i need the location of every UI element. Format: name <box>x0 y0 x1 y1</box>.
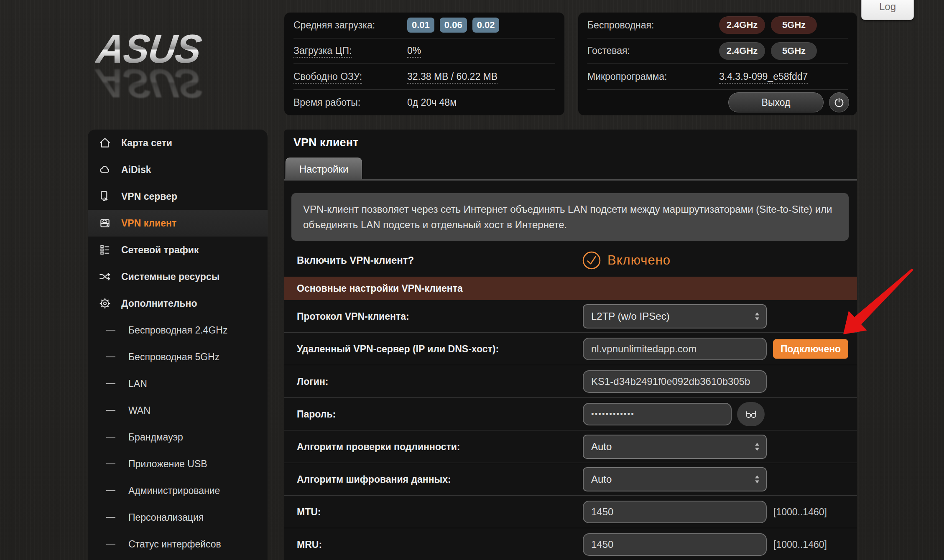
sidebar-subitem-wan[interactable]: WAN <box>88 397 268 424</box>
row-auth-algorithm: Алгоритм проверки подлинности: Auto <box>284 430 857 463</box>
dash-icon <box>106 410 115 411</box>
uptime-row: Время работы: 0д 20ч 48м <box>293 90 555 116</box>
wireless-bands: 2.4GHz 5GHz <box>719 16 817 34</box>
select-arrows-icon <box>754 474 760 484</box>
auth-algorithm-select[interactable]: Auto <box>583 435 767 459</box>
sidebar-subitem-wireless-24[interactable]: Беспроводная 2.4GHz <box>88 317 268 344</box>
sidebar-subitem-administration[interactable]: Администрирование <box>88 477 268 504</box>
login-input[interactable] <box>583 370 767 393</box>
reboot-button[interactable] <box>829 92 849 112</box>
wireless-card: Беспроводная: 2.4GHz 5GHz Гостевая: 2.4G… <box>578 13 857 115</box>
firmware-version-link[interactable]: 3.4.3.9-099_e58fdd7 <box>719 71 808 84</box>
dash-icon <box>106 437 115 438</box>
wireless-label: Беспроводная: <box>587 20 719 31</box>
protocol-select[interactable]: L2TP (w/o IPSec) <box>583 304 767 328</box>
page-title: VPN клиент <box>293 136 358 149</box>
mru-input[interactable] <box>583 533 767 556</box>
vpn-server-icon <box>98 190 112 203</box>
load-average-badges: 0.01 0.06 0.02 <box>407 18 499 33</box>
power-icon <box>834 97 844 108</box>
mru-label: MRU: <box>297 539 322 550</box>
password-label: Пароль: <box>297 408 336 420</box>
sidebar-item-label: Дополнительно <box>121 298 197 309</box>
sidebar-subitem-lan[interactable]: LAN <box>88 370 268 397</box>
sidebar-item-label: Карта сети <box>121 137 172 149</box>
mtu-input[interactable] <box>583 501 767 523</box>
guest-row: Гостевая: 2.4GHz 5GHz <box>587 38 848 64</box>
vpn-enabled-toggle[interactable]: Включено <box>582 251 671 270</box>
cpu-usage-link[interactable]: Загрузка ЦП: <box>293 45 352 58</box>
free-ram-label: Свободно ОЗУ: <box>293 71 407 82</box>
basic-settings-section-header: Основные настройки VPN-клиента <box>284 277 857 300</box>
auth-algorithm-label: Алгоритм проверки подлинности: <box>297 441 460 452</box>
password-input[interactable] <box>583 403 732 425</box>
load-badge-15m: 0.02 <box>472 18 500 33</box>
wireless-row: Беспроводная: 2.4GHz 5GHz <box>587 13 848 38</box>
sidebar-item-network-traffic[interactable]: Сетевой трафик <box>88 237 268 263</box>
cipher-algorithm-select[interactable]: Auto <box>583 467 767 491</box>
free-ram-row: Свободно ОЗУ: 32.38 MB / 60.22 MB <box>293 64 555 90</box>
free-ram-link[interactable]: Свободно ОЗУ: <box>293 71 362 84</box>
sidebar-subitem-personalization[interactable]: Персонализация <box>88 504 268 531</box>
guest-24ghz-pill[interactable]: 2.4GHz <box>719 42 765 60</box>
sidebar-subitem-usb-app[interactable]: Приложение USB <box>88 451 268 477</box>
sidebar-item-network-map[interactable]: Карта сети <box>88 130 268 156</box>
connected-status-button[interactable]: Подключено <box>773 339 848 359</box>
dash-icon <box>106 356 115 357</box>
row-mru: MRU: [1000..1460] <box>284 528 857 560</box>
tab-underline <box>284 179 857 181</box>
guest-bands: 2.4GHz 5GHz <box>719 42 817 60</box>
login-label: Логин: <box>297 376 328 387</box>
free-ram-value: 32.38 MB / 60.22 MB <box>407 71 498 82</box>
uptime-label: Время работы: <box>293 97 407 108</box>
dash-icon <box>106 330 115 331</box>
vpn-enabled-text: Включено <box>607 253 671 268</box>
vpn-client-icon <box>98 217 112 229</box>
check-circle-icon <box>582 251 601 270</box>
sidebar-item-vpn-client[interactable]: VPN клиент <box>88 210 268 237</box>
sidebar-subitem-interface-status[interactable]: Статус интерфейсов <box>88 531 268 557</box>
sidebar-item-label: VPN сервер <box>121 191 177 202</box>
sidebar-item-system-resources[interactable]: Системные ресурсы <box>88 263 268 290</box>
sidebar-subitem-firewall[interactable]: Брандмауэр <box>88 424 268 451</box>
enable-vpn-row: Включить VPN-клиент? Включено <box>284 246 857 275</box>
remote-server-input[interactable] <box>583 338 767 360</box>
tab-settings[interactable]: Настройки <box>286 158 362 180</box>
cpu-usage-value: 0% <box>407 45 421 56</box>
select-arrows-icon <box>754 442 760 452</box>
vpn-client-panel: VPN клиент Настройки VPN-клиент позволяе… <box>284 130 857 560</box>
shuffle-icon <box>98 270 112 283</box>
sidebar-item-label: Системные ресурсы <box>121 271 219 283</box>
sidebar-subitem-wireless-5[interactable]: Беспроводная 5GHz <box>88 344 268 370</box>
sidebar-item-advanced[interactable]: Дополнительно <box>88 290 268 317</box>
load-average-row: Средняя загрузка: 0.01 0.06 0.02 <box>293 13 555 38</box>
load-average-label: Средняя загрузка: <box>293 20 407 31</box>
cpu-usage-row: Загрузка ЦП: 0% <box>293 38 555 64</box>
auth-algorithm-value: Auto <box>591 441 612 453</box>
row-cipher-algorithm: Алгоритм шифрования данных: Auto <box>284 463 857 496</box>
sidebar-item-label: AiDisk <box>121 164 151 176</box>
wireless-24ghz-pill[interactable]: 2.4GHz <box>719 16 765 34</box>
glasses-icon <box>745 408 757 420</box>
row-mtu: MTU: [1000..1460] <box>284 496 857 528</box>
logout-button[interactable]: Выход <box>728 92 824 112</box>
logout-row: Выход <box>587 90 848 116</box>
sidebar-item-aidisk[interactable]: AiDisk <box>88 156 268 183</box>
free-ram-value-link[interactable]: 32.38 MB / 60.22 MB <box>407 71 498 84</box>
sidebar-item-vpn-server[interactable]: VPN сервер <box>88 183 268 210</box>
load-badge-5m: 0.06 <box>440 18 467 33</box>
wireless-5ghz-pill[interactable]: 5GHz <box>771 16 817 34</box>
cpu-usage-value-link[interactable]: 0% <box>407 45 421 58</box>
show-password-button[interactable] <box>737 402 765 426</box>
guest-5ghz-pill[interactable]: 5GHz <box>771 42 817 60</box>
mru-range-hint: [1000..1460] <box>773 539 827 550</box>
sidebar-item-label: VPN клиент <box>121 218 176 229</box>
row-remote-server: Удаленный VPN-сервер (IP или DNS-хост): … <box>284 333 857 365</box>
dash-icon <box>106 517 115 518</box>
log-button[interactable]: Log <box>861 0 914 20</box>
row-protocol: Протокол VPN-клиента: L2TP (w/o IPSec) <box>284 300 857 333</box>
firmware-label: Микропрограмма: <box>587 71 719 82</box>
remote-server-label: Удаленный VPN-сервер (IP или DNS-хост): <box>297 343 499 354</box>
gear-icon <box>98 297 112 310</box>
dash-icon <box>106 383 115 384</box>
